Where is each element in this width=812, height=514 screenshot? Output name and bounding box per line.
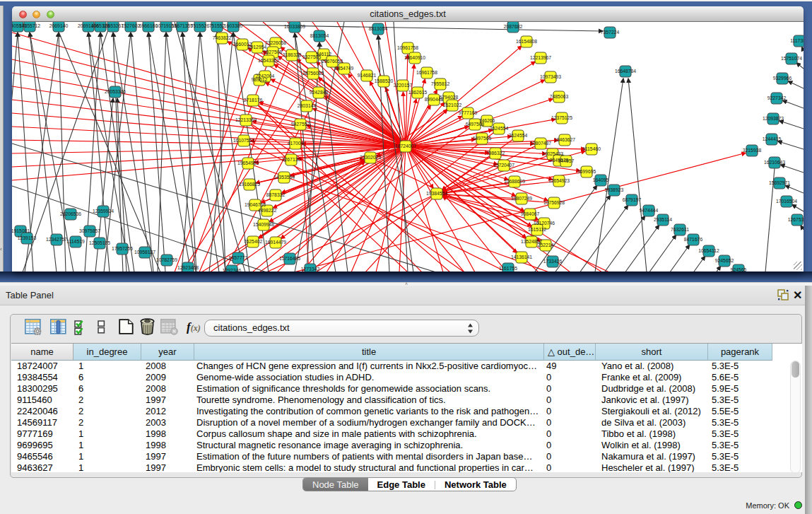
svg-text:12093873: 12093873 xyxy=(763,116,784,121)
svg-text:751552: 751552 xyxy=(209,23,225,28)
svg-text:6497565: 6497565 xyxy=(473,136,492,141)
svg-text:1621022: 1621022 xyxy=(443,103,462,107)
svg-text:924565: 924565 xyxy=(731,267,747,271)
svg-text:10782759: 10782759 xyxy=(156,257,177,262)
svg-text:2242004: 2242004 xyxy=(256,74,275,78)
svg-text:7986322: 7986322 xyxy=(486,151,505,156)
svg-text:16961758: 16961758 xyxy=(416,70,437,75)
svg-text:12213967: 12213967 xyxy=(530,55,551,60)
svg-text:1244415: 1244415 xyxy=(763,136,782,141)
svg-text:23302023: 23302023 xyxy=(360,155,381,160)
svg-text:10653267: 10653267 xyxy=(102,23,124,28)
svg-text:7485063: 7485063 xyxy=(550,94,569,99)
svg-text:38756085: 38756085 xyxy=(302,71,324,76)
svg-text:417004: 417004 xyxy=(288,141,304,146)
svg-text:10756928: 10756928 xyxy=(543,200,565,205)
svg-text:1117382: 1117382 xyxy=(790,38,804,43)
svg-text:1114519: 1114519 xyxy=(66,239,85,244)
svg-text:16120746: 16120746 xyxy=(534,221,555,226)
svg-text:1161755: 1161755 xyxy=(499,266,517,271)
svg-text:9146821: 9146821 xyxy=(358,73,377,78)
svg-text:19046765: 19046765 xyxy=(245,202,266,207)
svg-text:3624554: 3624554 xyxy=(509,133,528,138)
svg-text:18807249: 18807249 xyxy=(511,196,532,201)
svg-text:19166825: 19166825 xyxy=(239,182,260,187)
svg-text:10973493: 10973493 xyxy=(540,74,561,79)
svg-text:164095: 164095 xyxy=(593,177,609,182)
svg-text:2087682: 2087682 xyxy=(504,24,523,29)
svg-text:546112: 546112 xyxy=(316,52,331,57)
svg-text:15720407: 15720407 xyxy=(493,163,514,168)
svg-text:9699695: 9699695 xyxy=(577,169,596,174)
svg-text:9084067: 9084067 xyxy=(521,211,540,216)
svg-text:2718176: 2718176 xyxy=(244,98,263,103)
svg-text:1527602: 1527602 xyxy=(122,23,141,28)
svg-text:1239153: 1239153 xyxy=(18,235,37,240)
svg-text:14353594: 14353594 xyxy=(273,175,295,180)
svg-text:12923468: 12923468 xyxy=(177,265,199,270)
svg-text:12213369: 12213369 xyxy=(235,117,257,122)
svg-text:3220157: 3220157 xyxy=(394,83,413,88)
svg-text:16210643: 16210643 xyxy=(764,160,785,165)
svg-text:18724007: 18724007 xyxy=(395,144,416,148)
svg-text:10025433: 10025433 xyxy=(542,151,563,156)
svg-text:30975857: 30975857 xyxy=(79,228,100,233)
svg-text:15716485: 15716485 xyxy=(279,256,300,261)
svg-text:1615112: 1615112 xyxy=(528,227,546,232)
svg-text:9457771: 9457771 xyxy=(229,255,248,260)
svg-text:10654112: 10654112 xyxy=(698,248,719,253)
svg-text:16107553: 16107553 xyxy=(233,138,254,143)
svg-text:1267533: 1267533 xyxy=(788,217,804,222)
svg-text:18463627: 18463627 xyxy=(554,137,575,142)
svg-text:16640910: 16640910 xyxy=(404,55,425,60)
svg-text:1733426: 1733426 xyxy=(543,259,563,264)
svg-text:7463822: 7463822 xyxy=(213,35,232,40)
svg-text:8471676: 8471676 xyxy=(684,237,703,242)
svg-text:10671355: 10671355 xyxy=(172,23,193,28)
svg-text:15409948: 15409948 xyxy=(253,222,274,227)
svg-text:9329966: 9329966 xyxy=(773,76,792,81)
svg-text:5938923: 5938923 xyxy=(605,187,624,192)
svg-text:9242848: 9242848 xyxy=(310,90,329,95)
svg-text:12342757: 12342757 xyxy=(46,237,67,242)
svg-text:15692971: 15692971 xyxy=(769,180,790,185)
svg-text:12375125: 12375125 xyxy=(551,115,572,120)
svg-text:19384554: 19384554 xyxy=(426,191,447,196)
svg-text:7515526: 7515526 xyxy=(191,23,210,28)
svg-text:4498222: 4498222 xyxy=(258,208,277,213)
svg-text:1273342: 1273342 xyxy=(301,267,320,271)
svg-text:1362615: 1362615 xyxy=(408,90,428,95)
svg-text:12505185: 12505185 xyxy=(89,240,110,245)
svg-text:9227342: 9227342 xyxy=(767,95,787,100)
svg-text:9427552: 9427552 xyxy=(291,122,310,127)
svg-text:17016504: 17016504 xyxy=(776,199,797,204)
svg-text:1588520: 1588520 xyxy=(375,78,394,83)
svg-text:14055712: 14055712 xyxy=(19,23,40,28)
svg-text:12359924: 12359924 xyxy=(93,209,114,214)
svg-text:9115460: 9115460 xyxy=(582,146,601,151)
svg-text:8912954: 8912954 xyxy=(248,45,267,49)
svg-text:944957: 944957 xyxy=(558,158,575,163)
svg-text:252214: 252214 xyxy=(538,243,554,247)
svg-text:7632611: 7632611 xyxy=(671,227,689,232)
svg-text:9474444: 9474444 xyxy=(640,208,659,213)
svg-text:2803144: 2803144 xyxy=(298,103,317,108)
svg-text:8454749: 8454749 xyxy=(335,66,354,71)
svg-text:7955812: 7955812 xyxy=(431,81,450,86)
svg-text:10807487: 10807487 xyxy=(530,141,551,146)
svg-text:15751074: 15751074 xyxy=(781,56,802,61)
svg-text:6794028: 6794028 xyxy=(440,95,459,100)
svg-text:26206536: 26206536 xyxy=(60,211,81,216)
svg-text:9245652: 9245652 xyxy=(715,258,734,263)
svg-text:1603380: 1603380 xyxy=(224,23,243,28)
svg-text:19654985: 19654985 xyxy=(237,160,259,165)
svg-text:2069140: 2069140 xyxy=(49,23,69,28)
svg-text:7357224: 7357224 xyxy=(601,30,620,35)
svg-text:3624554: 3624554 xyxy=(490,126,509,131)
svg-text:1292346: 1292346 xyxy=(223,268,242,271)
svg-text:10961758: 10961758 xyxy=(397,45,418,50)
svg-text:10688609: 10688609 xyxy=(504,179,525,184)
svg-text:1915081: 1915081 xyxy=(12,228,30,233)
svg-text:23226058: 23226058 xyxy=(265,40,286,45)
svg-text:20053346: 20053346 xyxy=(105,89,126,94)
